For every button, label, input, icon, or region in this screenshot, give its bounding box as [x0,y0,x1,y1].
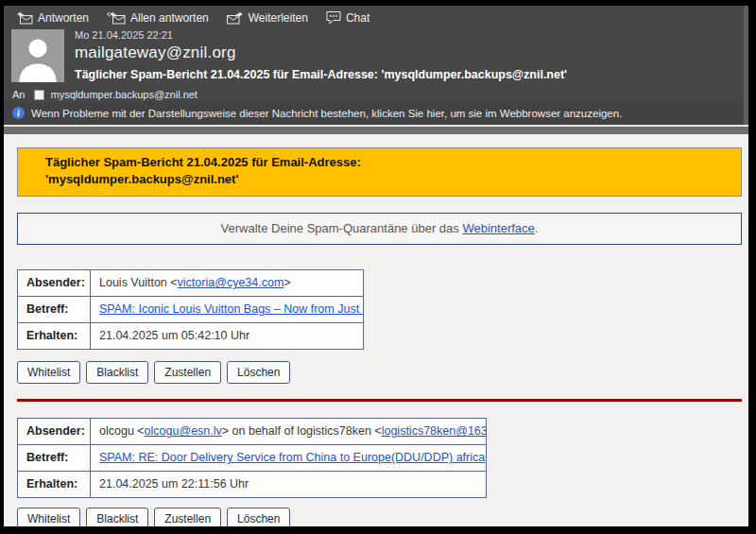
blacklist-button[interactable]: Blacklist [86,361,148,384]
action-buttons-2: Whitelist Blacklist Zustellen Löschen [17,508,742,526]
reply-label: Antworten [38,11,89,25]
sender-label: Absender: [18,269,91,296]
sender-value: olcogu <olcogu@esn.lv> on behalf of logi… [91,418,487,444]
message-date: Mo 21.04.2025 22:21 [75,29,737,41]
reading-pane: Antworten Allen antworten Weiterleiten [4,6,748,526]
received-label: Erhalten: [18,322,91,349]
reply-all-icon [107,11,126,25]
chat-icon [326,10,341,25]
spam-subject-link[interactable]: SPAM: Iconic Louis Vuitton Bags – Now fr… [99,302,364,316]
separator-gray [4,127,748,134]
recipient-row: An mysqldumper.backups@znil.net [4,85,748,102]
divider-rule [17,399,742,402]
subject-label: Betreff: [18,444,91,471]
message-body: Täglicher Spam-Bericht 21.04.2025 für Em… [4,134,748,526]
table-row: Betreff: SPAM: RE: Door Delivery Service… [18,444,487,471]
info-banner[interactable]: i Wenn Probleme mit der Darstellungsweis… [4,102,748,125]
spam-message-table-2: Absender: olcogu <olcogu@esn.lv> on beha… [17,418,487,498]
sender-value: Louis Vuitton <victoria@cye34.com> [91,269,364,296]
subject-value: SPAM: Iconic Louis Vuitton Bags – Now fr… [91,296,364,322]
subject-label: Betreff: [18,296,91,322]
received-value: 21.04.2025 um 22:11:56 Uhr [91,471,487,497]
response-toolbar: Antworten Allen antworten Weiterleiten [4,6,748,27]
reply-all-button[interactable]: Allen antworten [107,11,209,25]
scrollbar[interactable] [744,6,748,125]
forward-icon [227,11,244,25]
sender-text: > on behalf of logistics78ken < [222,424,382,438]
whitelist-button[interactable]: Whitelist [17,508,80,526]
sender-email-link[interactable]: victoria@cye34.com [178,276,284,289]
report-banner-line2: 'mysqldumper.backups@znil.net' [45,171,731,188]
reply-icon [16,11,33,25]
forward-label: Weiterleiten [249,11,308,25]
spam-subject-link[interactable]: SPAM: RE: Door Delivery Service from Chi… [99,451,485,464]
report-banner-line1: Täglicher Spam-Bericht 21.04.2025 für Em… [45,154,731,171]
received-value: 21.04.2025 um 05:42:10 Uhr [91,322,364,349]
person-icon [11,29,64,82]
delete-button[interactable]: Löschen [227,508,290,526]
sender-text: > [284,276,290,289]
reply-button[interactable]: Antworten [16,11,89,25]
action-buttons-1: Whitelist Blacklist Zustellen Löschen [17,361,742,384]
table-row: Betreff: SPAM: Iconic Louis Vuitton Bags… [18,296,364,322]
forward-button[interactable]: Weiterleiten [227,11,308,25]
spam-message-table-1: Absender: Louis Vuitton <victoria@cye34.… [17,269,364,350]
whitelist-button[interactable]: Whitelist [17,361,80,384]
quarantine-suffix: . [535,221,539,235]
sender-email-link[interactable]: olcogu@esn.lv [145,424,222,438]
report-banner: Täglicher Spam-Bericht 21.04.2025 für Em… [17,147,742,197]
table-row: Erhalten: 21.04.2025 um 22:11:56 Uhr [18,471,487,497]
blacklist-button[interactable]: Blacklist [86,508,148,526]
subject-value: SPAM: RE: Door Delivery Service from Chi… [91,444,487,471]
received-label: Erhalten: [18,471,91,497]
reply-all-label: Allen antworten [130,11,209,25]
message-subject: Täglicher Spam-Bericht 21.04.2025 für Em… [75,68,737,81]
avatar[interactable] [11,29,64,82]
mail-window: Antworten Allen antworten Weiterleiten [0,0,756,534]
sender-address[interactable]: mailgateway@znil.org [75,43,737,62]
header-text: Mo 21.04.2025 22:21 mailgateway@znil.org… [75,28,737,82]
deliver-button[interactable]: Zustellen [154,508,221,526]
table-row: Absender: olcogu <olcogu@esn.lv> on beha… [18,418,487,444]
header-main: Mo 21.04.2025 22:21 mailgateway@znil.org… [4,27,748,85]
sender-label: Absender: [18,418,91,444]
message-header: Antworten Allen antworten Weiterleiten [4,6,748,125]
deliver-button[interactable]: Zustellen [154,361,221,384]
recipient-address[interactable]: mysqldumper.backups@znil.net [50,89,197,100]
to-label: An [12,89,25,100]
info-banner-text: Wenn Probleme mit der Darstellungsweise … [31,108,622,119]
sender-email-link-2[interactable]: logistics78ken@163.com [382,424,487,438]
quarantine-box: Verwalte Deine Spam-Quarantäne über das … [17,213,742,245]
sender-text: Louis Vuitton < [99,276,178,289]
contact-icon [34,90,44,100]
table-row: Absender: Louis Vuitton <victoria@cye34.… [18,269,364,296]
info-icon: i [12,107,25,119]
webinterface-link[interactable]: Webinterface [462,221,534,235]
table-row: Erhalten: 21.04.2025 um 05:42:10 Uhr [18,322,364,349]
chat-label: Chat [346,11,369,25]
delete-button[interactable]: Löschen [227,361,290,384]
chat-button[interactable]: Chat [326,10,369,25]
quarantine-text: Verwalte Deine Spam-Quarantäne über das [221,221,463,235]
sender-text: olcogu < [99,424,145,438]
